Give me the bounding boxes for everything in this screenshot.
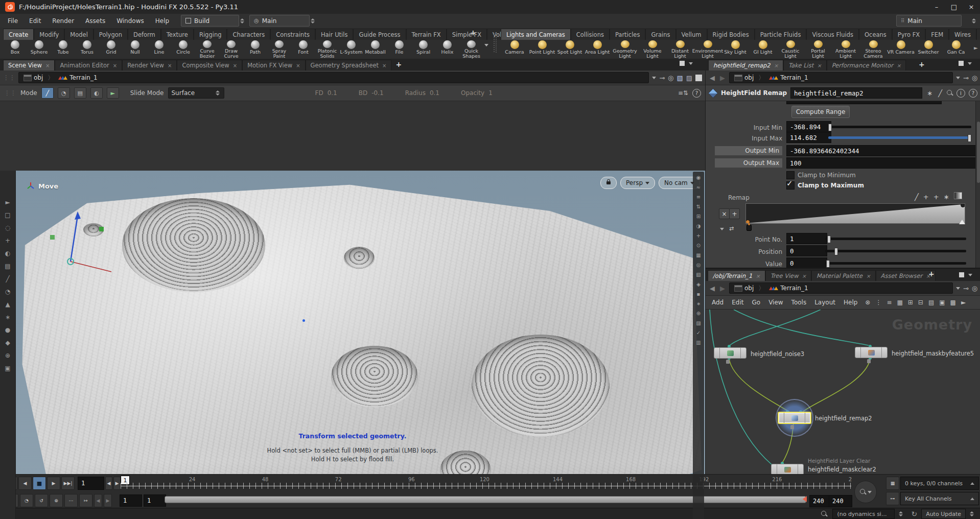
shelf-tab[interactable]: Oceans bbox=[859, 29, 892, 40]
shelf-tool[interactable]: Camera bbox=[501, 40, 528, 59]
shelf-tool[interactable]: Spray Paint bbox=[267, 40, 291, 59]
viewport-tool-icon[interactable]: ▣ bbox=[3, 365, 13, 373]
playbar-zoom[interactable] bbox=[854, 481, 877, 503]
ramp-point-pin[interactable] bbox=[746, 225, 752, 231]
menu-item[interactable]: Help bbox=[150, 14, 175, 28]
position-slider[interactable] bbox=[825, 250, 966, 252]
pane-tab[interactable]: Performance Monitor× bbox=[827, 60, 906, 70]
shelf-tool[interactable]: Spiral bbox=[411, 40, 435, 59]
network-menu-item[interactable]: Help bbox=[839, 299, 861, 306]
help-icon[interactable]: ? bbox=[969, 89, 977, 98]
close-icon[interactable]: × bbox=[774, 63, 778, 68]
clamp-min-checkbox[interactable] bbox=[786, 171, 795, 179]
viewport-tool-icon[interactable]: ╱ bbox=[3, 275, 13, 284]
display-options-icon[interactable]: ▨ bbox=[686, 74, 692, 82]
camera-lock-button[interactable] bbox=[600, 177, 617, 189]
ramp-remove-point-button[interactable]: × bbox=[719, 208, 730, 219]
current-frame-field[interactable]: 1 bbox=[78, 477, 104, 490]
close-icon[interactable]: × bbox=[866, 273, 870, 279]
menu-item[interactable]: Assets bbox=[80, 14, 111, 28]
point-no-field[interactable]: 1 bbox=[786, 233, 827, 244]
close-icon[interactable]: × bbox=[756, 273, 760, 279]
pane-tab[interactable]: /obj/Terrain_1× bbox=[708, 270, 765, 281]
viewport-tool-icon[interactable]: ▤ bbox=[3, 263, 13, 271]
goto-range-icon[interactable]: ↦ bbox=[79, 494, 92, 507]
shelf-tab[interactable]: Lights and Cameras bbox=[501, 29, 571, 40]
ramp-editor[interactable] bbox=[745, 203, 965, 224]
forward-icon[interactable]: ▶ bbox=[719, 285, 726, 292]
pin-icon[interactable]: ⊸ bbox=[963, 285, 969, 292]
node-chip[interactable]: Terrain_1 bbox=[766, 73, 810, 82]
main-menu-spinner[interactable] bbox=[310, 17, 316, 25]
shelf-tool[interactable]: Sphere bbox=[27, 40, 51, 59]
close-icon[interactable]: × bbox=[382, 63, 386, 68]
viewport[interactable]: Move Persp No cam Transform selected geo… bbox=[0, 171, 705, 519]
main-menu-selector[interactable]: ◎ Main bbox=[249, 15, 310, 27]
toolbar-handle-icon[interactable]: ⋮⋮ bbox=[4, 89, 16, 97]
display-option-icon[interactable]: ▨ bbox=[696, 320, 701, 326]
ramp-add-point-button[interactable]: + bbox=[729, 208, 740, 219]
clock-icon[interactable]: ◔ bbox=[20, 494, 33, 507]
ramp-options-icon[interactable]: ∗ bbox=[944, 193, 949, 201]
shelf-tab[interactable]: Hair Utils bbox=[315, 29, 354, 40]
shelf-tool[interactable]: Geometry Light bbox=[611, 40, 639, 59]
key-all-channels-button[interactable]: Key All Channels bbox=[900, 492, 979, 505]
viewport-tool-icon[interactable]: ▲ bbox=[3, 301, 13, 309]
add-pane-tab-button[interactable]: + bbox=[391, 59, 406, 70]
shelf-divider-grip[interactable] bbox=[494, 33, 497, 53]
viewport-tool-icon[interactable]: □ bbox=[3, 211, 13, 220]
status-search-icon[interactable] bbox=[821, 511, 827, 517]
dynamics-selector[interactable]: (no dynamics si... bbox=[832, 509, 895, 519]
network-menu-item[interactable]: Edit bbox=[728, 299, 748, 306]
pane-tab[interactable]: Geometry Spreadsheet× bbox=[306, 60, 392, 70]
context-chip[interactable]: obj bbox=[21, 73, 45, 82]
display-option-icon[interactable]: ∗ bbox=[696, 301, 701, 307]
pane-tab[interactable]: Tree View× bbox=[765, 270, 811, 281]
input-max-field[interactable]: 114.682 bbox=[786, 132, 831, 143]
pane-maximize-icon[interactable] bbox=[680, 61, 685, 66]
network-toolbar-icon[interactable]: ⋮ bbox=[873, 299, 884, 306]
node-name-input[interactable] bbox=[790, 87, 922, 99]
position-field[interactable]: 0 bbox=[786, 245, 827, 256]
keys-status[interactable]: 0 keys, 0/0 channels bbox=[900, 477, 979, 490]
radius-value[interactable]: 0.1 bbox=[430, 89, 439, 97]
viewport-tool-icon[interactable]: ► bbox=[3, 199, 13, 207]
shelf-tab[interactable]: Constraints bbox=[270, 29, 315, 40]
display-option-icon[interactable]: ▧ bbox=[696, 272, 701, 278]
display-option-icon[interactable]: ⇅ bbox=[696, 204, 701, 210]
shelf-tool[interactable]: Platonic Solids bbox=[315, 40, 339, 59]
param-scrollbar[interactable] bbox=[975, 101, 980, 269]
menu-item[interactable]: Edit bbox=[24, 14, 46, 28]
shelf-tab[interactable]: Characters bbox=[227, 29, 270, 40]
shelf-tool[interactable]: Font bbox=[291, 40, 315, 59]
network-menu-item[interactable]: View bbox=[764, 299, 787, 306]
close-button[interactable]: × bbox=[963, 0, 980, 14]
step-back-button[interactable]: ◀ bbox=[105, 477, 112, 490]
radial-menu-selector[interactable]: ⠿ Main bbox=[896, 15, 962, 27]
shelf-tool[interactable]: Helix bbox=[435, 40, 459, 59]
display-option-icon[interactable]: ◉ bbox=[696, 175, 701, 181]
audio-icon[interactable]: ⊕ bbox=[50, 494, 63, 507]
minimize-button[interactable]: – bbox=[928, 0, 945, 14]
back-icon[interactable]: ◀ bbox=[709, 285, 716, 292]
shelf-tool[interactable]: VR Camera bbox=[887, 40, 915, 59]
pane-tab[interactable]: Scene View× bbox=[3, 60, 55, 70]
pin-icon[interactable]: ⊸ bbox=[963, 74, 969, 82]
mask-mode-icon[interactable]: ◐ bbox=[90, 87, 103, 99]
refresh-icon[interactable]: ↻ bbox=[911, 510, 917, 518]
input-min-field[interactable]: -368.894 bbox=[786, 121, 831, 132]
add-pane-tab-button[interactable]: + bbox=[924, 270, 939, 278]
network-node[interactable] bbox=[771, 464, 804, 475]
brush-icon[interactable]: ╱ bbox=[937, 89, 943, 97]
fd-value[interactable]: 0.1 bbox=[328, 89, 337, 97]
bd-value[interactable]: -0.1 bbox=[371, 89, 383, 97]
range-next-icon[interactable]: ▶ bbox=[104, 494, 112, 507]
pane-maximize-icon[interactable] bbox=[959, 272, 964, 277]
shelf-tab[interactable]: Wires bbox=[949, 29, 976, 40]
close-icon[interactable]: × bbox=[802, 273, 806, 279]
shelf-tab[interactable]: Terrain FX bbox=[406, 29, 447, 40]
compute-range-button[interactable]: Compute Range bbox=[791, 106, 850, 118]
follow-selection-icon[interactable]: ◎ bbox=[972, 74, 977, 82]
shelf-tab[interactable]: Guide Process bbox=[353, 29, 406, 40]
shelf-tool[interactable]: Caustic Light bbox=[777, 40, 804, 59]
